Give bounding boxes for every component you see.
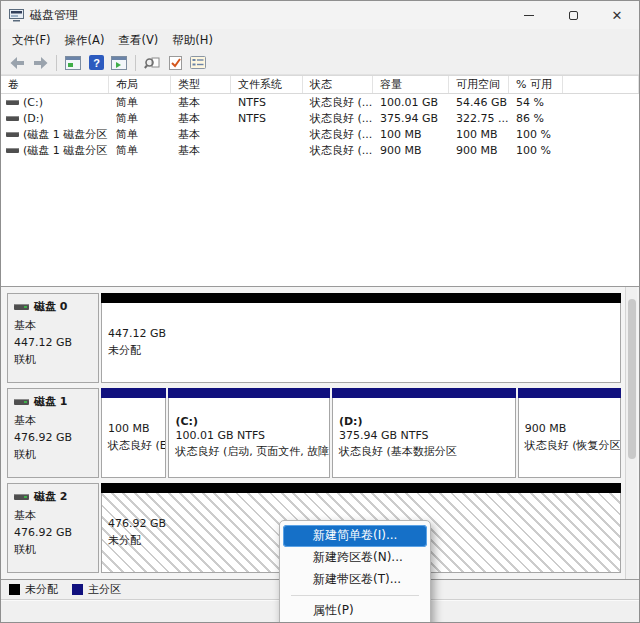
disk-1-region-2[interactable]: (D:)375.94 GB NTFS状态良好 (基本数据分区 [332,388,516,478]
menu-bar: 文件(F)操作(A)查看(V)帮助(H) [1,29,639,51]
forward-button[interactable] [30,53,50,73]
region-body: (C:)100.01 GB NTFS状态良好 (启动, 页面文件, 故障转 [168,398,329,478]
disk-status: 联机 [14,351,92,368]
maximize-button[interactable] [551,1,595,29]
column-header-1[interactable]: 布局 [109,76,171,93]
disk-status: 联机 [14,446,92,463]
region-body: (D:)375.94 GB NTFS状态良好 (基本数据分区 [332,398,516,478]
context-menu-item-4[interactable]: 属性(P) [283,600,427,622]
legend-item-0: 未分配 [9,582,58,597]
table-row[interactable]: (C:)简单基本NTFS状态良好 (...100.01 GB54.46 GB54… [1,94,639,110]
column-header-5[interactable]: 容量 [373,76,449,93]
table-row[interactable]: (磁盘 1 磁盘分区 1)简单基本状态良好 (...100 MB100 MB10… [1,126,639,142]
column-header-4[interactable]: 状态 [303,76,373,93]
back-button[interactable] [7,53,27,73]
toolbar-separator [135,55,136,71]
volume-list-pane: 卷布局类型文件系统状态容量可用空间% 可用 (C:)简单基本NTFS状态良好 (… [1,75,639,287]
legend-swatch [72,584,83,595]
region-color-bar [101,388,166,398]
window-title: 磁盘管理 [30,7,78,24]
disk-name: 磁盘 0 [34,299,67,314]
volume-icon [6,148,19,153]
disk-size: 476.92 GB [14,524,92,541]
check-document-button[interactable] [165,53,185,73]
cell: 100 % [509,144,563,157]
column-header-6[interactable]: 可用空间 [449,76,509,93]
volume-icon [6,100,19,105]
region-line: 状态良好 (启动, 页面文件, 故障转 [175,444,322,461]
minimize-button[interactable] [507,1,551,29]
column-header-blank [563,76,639,93]
cell: 简单 [109,127,171,142]
disk-row-0: 磁盘 0基本447.12 GB联机447.12 GB未分配 [7,293,621,383]
volume-icon [6,132,19,137]
region-line: 375.94 GB NTFS [339,428,509,445]
cell: 状态良好 (... [303,127,373,142]
menu-item-2[interactable]: 查看(V) [111,31,165,50]
inspect-button[interactable] [142,53,162,73]
table-row[interactable]: (磁盘 1 磁盘分区 5)简单基本状态良好 (...900 MB900 MB10… [1,142,639,158]
disk-type: 基本 [14,507,92,524]
disk-label-0[interactable]: 磁盘 0基本447.12 GB联机 [7,293,99,383]
disk-label-1[interactable]: 磁盘 1基本476.92 GB联机 [7,388,99,478]
cell: 100.01 GB [373,96,449,109]
context-menu-item-1[interactable]: 新建跨区卷(N)... [283,547,427,569]
volume-name-cell: (C:) [1,96,109,109]
cell: 100 MB [373,128,449,141]
close-button[interactable]: ✕ [595,1,639,29]
disk-regions: 447.12 GB未分配 [101,293,621,383]
disk-1-region-1[interactable]: (C:)100.01 GB NTFS状态良好 (启动, 页面文件, 故障转 [168,388,329,478]
disk-title: 磁盘 1 [14,394,92,409]
toolbar-separator [56,55,57,71]
region-color-bar [518,388,621,398]
legend-label: 未分配 [25,582,58,597]
volume-name-cell: (磁盘 1 磁盘分区 5) [1,143,109,158]
inspect-icon [144,56,160,70]
disk-name: 磁盘 2 [34,489,67,504]
menu-item-1[interactable]: 操作(A) [58,31,112,50]
disk-management-window: 磁盘管理 ✕ 文件(F)操作(A)查看(V)帮助(H) ? [0,0,640,623]
table-row[interactable]: (D:)简单基本NTFS状态良好 (...375.94 GB322.75 ...… [1,110,639,126]
region-color-bar [168,388,329,398]
scrollbar-thumb[interactable] [628,299,636,459]
properties-list-button[interactable] [188,53,208,73]
cell: 100 MB [449,128,509,141]
vertical-scrollbar[interactable] [625,287,637,579]
menu-item-3[interactable]: 帮助(H) [165,31,220,50]
column-header-3[interactable]: 文件系统 [231,76,303,93]
context-menu: 新建简单卷(I)...新建跨区卷(N)...新建带区卷(T)...属性(P)帮助… [279,520,431,623]
cell: 简单 [109,95,171,110]
legend-label: 主分区 [88,582,121,597]
region-line: 状态良好 (基本数据分区 [339,444,509,461]
disk-label-2[interactable]: 磁盘 2基本476.92 GB联机 [7,483,99,573]
cell: 简单 [109,111,171,126]
cell: 100 % [509,128,563,141]
region-line: 状态良好 (恢复分区 [525,438,614,455]
column-header-7[interactable]: % 可用 [509,76,563,93]
volume-table-body: (C:)简单基本NTFS状态良好 (...100.01 GB54.46 GB54… [1,94,639,158]
context-menu-item-2[interactable]: 新建带区卷(T)... [283,569,427,591]
column-header-0[interactable]: 卷 [1,76,109,93]
cell: 54.46 GB [449,96,509,109]
column-header-2[interactable]: 类型 [171,76,231,93]
console-window-button[interactable] [63,53,83,73]
cell: 54 % [509,96,563,109]
cell: 900 MB [373,144,449,157]
disk-1-region-0[interactable]: 100 MB状态良好 (E [101,388,166,478]
disk-type: 基本 [14,412,92,429]
disk-0-region-0[interactable]: 447.12 GB未分配 [101,293,621,383]
region-body: 100 MB状态良好 (E [101,398,166,478]
context-menu-item-0[interactable]: 新建简单卷(I)... [283,525,427,547]
cell: 900 MB [449,144,509,157]
console-window-icon [65,56,81,70]
disk-1-region-3[interactable]: 900 MB状态良好 (恢复分区 [518,388,621,478]
region-line: 100 MB [108,421,159,438]
console-play-icon [111,56,127,70]
menu-item-0[interactable]: 文件(F) [5,31,58,50]
region-body: 447.12 GB未分配 [101,303,621,383]
checkmark-icon [168,56,183,70]
forward-arrow-icon [33,57,48,69]
help-button[interactable]: ? [86,53,106,73]
menu-separator [291,595,419,596]
console-play-button[interactable] [109,53,129,73]
